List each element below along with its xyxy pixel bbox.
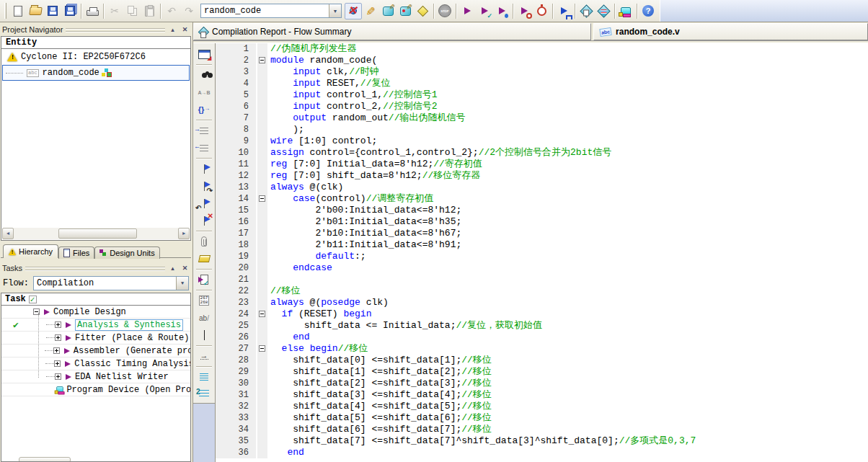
tab-design-units[interactable]: Design Units [94,246,159,259]
code-line[interactable]: 4 input RESET,//复位 [216,78,868,89]
print-icon[interactable] [84,3,101,19]
replace-icon[interactable]: A→B [195,84,213,101]
tab-compilation-report[interactable]: Compilation Report - Flow Summary [193,23,591,40]
match-brace-icon[interactable]: {} [195,101,213,118]
timing-analyzer-icon[interactable] [533,3,550,19]
task-label[interactable]: Classic Timing Analysis [74,359,190,369]
code-line[interactable]: 17 2'b10:Initial_data<=8'h67; [216,228,868,239]
expand-plus-icon[interactable] [55,373,61,380]
expand-plus-icon[interactable] [55,334,61,341]
toggle-bookmark-icon[interactable] [195,160,213,177]
code-line[interactable]: 13always @(clk) [216,182,868,193]
chevron-down-icon[interactable] [329,4,341,17]
code-line[interactable]: 15 2'b00:Initial_data<=8'h12; [216,205,868,216]
save-all-icon[interactable] [61,3,79,19]
analyze-current-file-icon[interactable] [195,271,213,288]
rapid-recompile-icon[interactable] [493,3,510,19]
help-icon[interactable]: ? [639,3,657,19]
code-line[interactable]: 18 2'b11:Initial_data<=8'h91; [216,239,868,251]
task-label[interactable]: Assembler (Generate progr [74,346,190,356]
code-line[interactable]: 20 endcase [216,262,868,274]
tab-files[interactable]: Files [58,246,94,259]
scroll-right-icon[interactable]: ► [178,228,190,239]
start-simulation-icon[interactable] [555,3,572,19]
code-line[interactable]: 12reg [7:0] shift_data=8'h12;//移位寄存器 [216,170,868,182]
code-line[interactable]: 31 shift_data[3] <=shift_data[4];//移位 [216,389,868,401]
start-timing-analysis-icon[interactable] [515,3,533,19]
code-line[interactable]: 11reg [7:0] Initial_data=8'h12;//寄存初值 [216,159,868,170]
tab-random-code-v[interactable]: random_code.v [593,23,868,40]
fold-collapse-icon[interactable] [259,57,265,63]
code-line[interactable]: 1//伪随机序列发生器 [216,43,868,55]
code-line[interactable]: 27 else begin//移位 [216,343,868,355]
stop-processing-icon[interactable]: STOP [436,3,453,19]
device-tree-item[interactable]: Cyclone II: EP2C50F672C6 [1,49,190,65]
code-line[interactable]: 35 shift_data[7] <=shift_data[7]^shift_d… [216,435,868,447]
previous-bookmark-icon[interactable]: ↶ [195,195,213,212]
code-line[interactable]: 34 shift_data[6] <=shift_data[7];//移位 [216,424,868,435]
new-project-wizard-icon[interactable] [345,3,362,19]
code-line[interactable]: 36 end [216,447,868,458]
code-line[interactable]: 9wire [1:0] control; [216,136,868,147]
cut-icon[interactable] [106,3,123,19]
code-line[interactable]: 24 if (RESET) begin [216,308,868,320]
code-line[interactable]: 5 input control_1,//控制信号1 [216,89,868,101]
task-row[interactable]: Assembler (Generate progr [1,345,190,357]
navigator-hscrollbar[interactable]: ◄ ► [2,228,190,239]
settings-icon[interactable] [362,3,379,19]
task-label[interactable]: Program Device (Open Programm [66,385,190,395]
collapse-panel-icon[interactable] [168,264,177,272]
task-row[interactable]: ✔Analysis & Synthesis [1,319,190,332]
code-line[interactable]: 30 shift_data[2] <=shift_data[3];//移位 [216,378,868,389]
code-line[interactable]: 2module random_code( [216,55,868,66]
task-row[interactable]: Compile Design [1,306,190,319]
line-numbers-icon[interactable]: 267 268 [195,292,213,309]
rtl-viewer-icon[interactable] [595,3,612,19]
syntax-coloring-icon[interactable]: ab [195,309,213,326]
task-label[interactable]: EDA Netlist Writer [75,372,169,382]
word-wrap-icon[interactable]: 2 [195,386,213,403]
scroll-left-icon[interactable]: ◄ [2,228,14,239]
save-icon[interactable] [44,3,61,19]
paste-icon[interactable] [141,3,158,19]
templates-icon[interactable] [195,250,213,267]
next-bookmark-icon[interactable]: ↷ [195,177,213,195]
code-line[interactable]: 21 [216,274,868,285]
indent-icon[interactable] [195,122,213,139]
fold-collapse-icon[interactable] [259,311,265,317]
open-in-window-icon[interactable] [195,45,213,63]
fold-collapse-icon[interactable] [259,195,265,202]
code-line[interactable]: 25 shift_data <= Initial_data;//复位，获取初始值 [216,320,868,332]
code-line[interactable]: 26 end [216,332,868,343]
compilation-report-icon[interactable] [577,3,595,19]
task-label[interactable]: Fitter (Place & Route) [75,333,189,343]
start-analysis-synthesis-icon[interactable]: ✓ [476,3,493,19]
collapse-panel-icon[interactable] [168,25,177,34]
code-line[interactable]: 3 input clk,//时钟 [216,66,868,78]
copy-icon[interactable] [123,3,141,19]
flow-combobox[interactable]: Compilation [33,276,189,290]
insert-bar-icon[interactable] [195,326,213,344]
code-line[interactable]: 19 default:; [216,251,868,262]
code-line[interactable]: 33 shift_data[5] <=shift_data[6];//移位 [216,412,868,424]
programmer-icon[interactable] [617,3,634,19]
attach-file-icon[interactable] [195,233,213,250]
pin-planner-icon[interactable] [397,3,414,19]
fold-collapse-icon[interactable] [259,345,265,352]
open-file-icon[interactable] [27,3,44,19]
task-row[interactable]: EDA Netlist Writer [1,370,190,383]
start-compilation-icon[interactable] [459,3,476,19]
code-line[interactable]: 16 2'b01:Initial_data<=8'h35; [216,216,868,228]
scroll-thumb[interactable] [58,228,137,239]
code-line[interactable]: 29 shift_data[1] <=shift_data[2];//移位 [216,366,868,378]
undo-icon[interactable] [163,3,180,19]
code-line[interactable]: 7 output random_out//输出伪随机信号 [216,112,868,124]
redo-icon[interactable] [180,3,198,19]
expand-plus-icon[interactable] [54,360,61,367]
code-line[interactable]: 28 shift_data[0] <=shift_data[1];//移位 [216,355,868,366]
task-label[interactable]: Analysis & Synthesis [75,319,183,331]
tab-hierarchy[interactable]: Hierarchy [3,244,58,258]
clear-bookmarks-icon[interactable]: ✕ [195,212,213,229]
expand-plus-icon[interactable] [53,347,60,354]
new-file-icon[interactable] [9,3,27,19]
